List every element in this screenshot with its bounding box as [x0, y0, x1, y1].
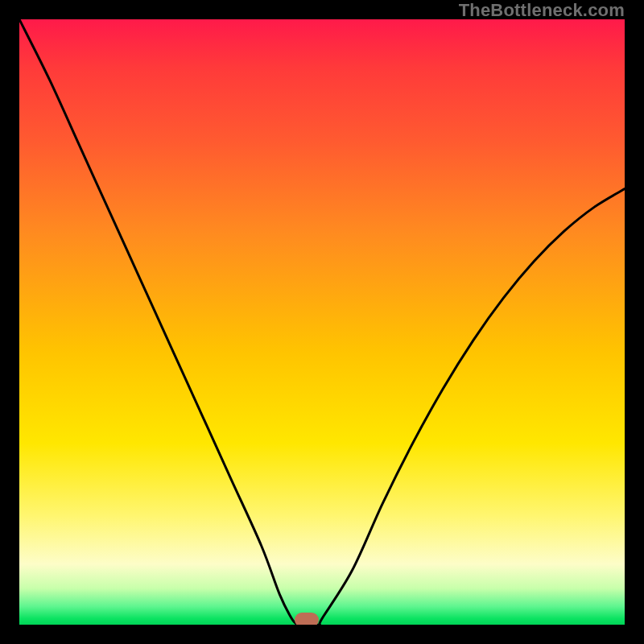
bottleneck-curve — [19, 19, 625, 625]
chart-frame: TheBottleneck.com — [0, 0, 644, 644]
minimum-marker — [295, 613, 319, 625]
watermark-text: TheBottleneck.com — [459, 0, 625, 21]
plot-area — [19, 19, 625, 625]
